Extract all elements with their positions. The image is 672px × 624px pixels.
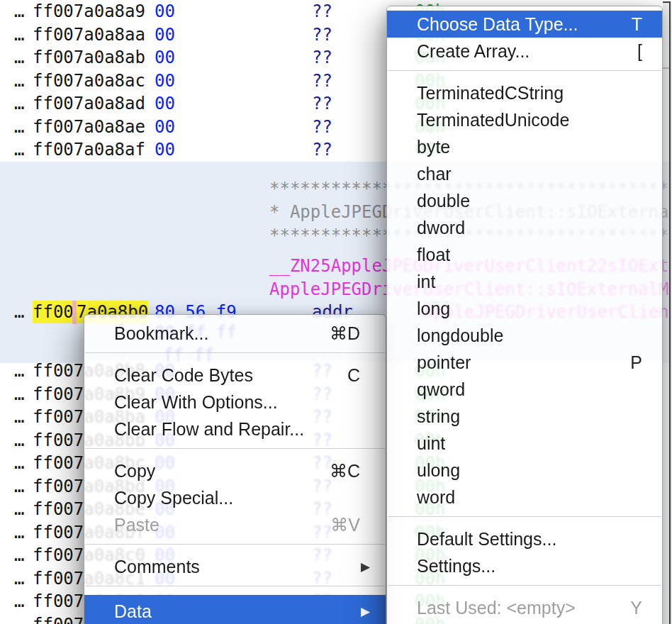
menu-item-label: Comments (114, 557, 360, 577)
menu-item-longdouble[interactable]: longdouble (387, 322, 662, 349)
menu-item-int[interactable]: int (387, 268, 662, 295)
undefined-value: ?? (312, 92, 332, 115)
menu-separator (85, 586, 385, 586)
menu-item-clear-with-options[interactable]: Clear With Options... (84, 389, 386, 416)
menu-item-label: int (417, 272, 642, 292)
menu-separator (388, 70, 661, 71)
address: ff007a0a8af (33, 138, 145, 161)
menu-item-paste[interactable]: Paste⌘V (84, 511, 386, 538)
address-ellipsis: … (14, 544, 24, 567)
address-ellipsis: … (14, 138, 24, 161)
menu-item-word[interactable]: word (387, 484, 662, 511)
menu-item-label: Create Array... (417, 41, 637, 62)
address-highlighted: ff00 (33, 301, 74, 323)
undefined-value: ?? (312, 23, 332, 46)
menu-item-label: dword (417, 218, 642, 238)
menu-item-shortcut: ⌘D (330, 323, 360, 344)
menu-item-label: Choose Data Type... (417, 14, 632, 35)
menu-item-label: ulong (417, 460, 642, 481)
address-ellipsis: … (14, 567, 24, 590)
menu-item-copy-special[interactable]: Copy Special... (84, 484, 386, 511)
address-ellipsis: … (14, 383, 24, 406)
menu-item-char[interactable]: char (387, 160, 662, 187)
menu-item-pointer[interactable]: pointerP (387, 349, 662, 376)
menu-item-shortcut: Y (630, 598, 642, 618)
menu-item-uint[interactable]: uint (387, 430, 662, 457)
menu-item-settings[interactable]: Settings... (387, 552, 662, 579)
menu-item-float[interactable]: float (387, 241, 662, 268)
menu-separator (85, 352, 385, 353)
menu-item-string[interactable]: string (387, 403, 662, 430)
menu-item-terminatedunicode[interactable]: TerminatedUnicode (387, 106, 662, 133)
menu-item-label: longdouble (417, 325, 642, 346)
menu-item-label: TerminatedUnicode (417, 110, 642, 130)
menu-item-shortcut: T (632, 14, 642, 35)
menu-item-label: TerminatedCString (417, 83, 642, 104)
menu-item-create-array[interactable]: Create Array...[ (387, 38, 662, 65)
data-submenu: Choose Data Type...TCreate Array...[Term… (386, 6, 663, 624)
byte-value: 00 (155, 23, 175, 46)
undefined-value: ?? (312, 69, 332, 92)
undefined-value: ?? (312, 116, 332, 138)
menu-separator (85, 448, 385, 449)
address-ellipsis: … (14, 452, 24, 474)
menu-item-label: Data (114, 601, 360, 622)
address-ellipsis: … (14, 498, 24, 520)
scrollbar-thumb-edge (663, 67, 669, 69)
menu-item-clear-flow-and-repair[interactable]: Clear Flow and Repair... (84, 416, 386, 442)
address-ellipsis: … (14, 613, 24, 624)
byte-value: 00 (155, 69, 175, 92)
submenu-arrow-icon: ▶ (361, 561, 370, 573)
menu-item-default-settings[interactable]: Default Settings... (387, 525, 662, 552)
menu-item-shortcut: ⌘V (330, 515, 360, 535)
undefined-value: ?? (312, 0, 332, 23)
menu-item-label: Copy Special... (114, 488, 360, 508)
menu-item-choose-data-type[interactable]: Choose Data Type...T (387, 11, 662, 38)
byte-value: 00 (155, 116, 175, 138)
byte-value: 00 (155, 46, 175, 69)
menu-item-ulong[interactable]: ulong (387, 457, 662, 484)
address: ff007a0a8ad (33, 92, 145, 115)
menu-item-dword[interactable]: dword (387, 214, 662, 241)
scrollbar-track[interactable] (663, 1, 669, 624)
address-ellipsis: … (14, 69, 24, 92)
menu-item-double[interactable]: double (387, 187, 662, 214)
menu-separator (85, 544, 385, 545)
menu-item-label: Copy (114, 461, 330, 481)
undefined-value: ?? (312, 46, 332, 69)
menu-item-comments[interactable]: Comments▶ (84, 553, 386, 580)
menu-item-bookmark[interactable]: Bookmark...⌘D (84, 320, 386, 347)
menu-item-label: Settings... (417, 556, 642, 576)
menu-item-label: Clear Flow and Repair... (114, 419, 360, 440)
address-ellipsis: … (14, 590, 24, 613)
byte-value: 00 (155, 0, 175, 23)
address-ellipsis: … (14, 301, 24, 323)
menu-item-label: string (417, 406, 642, 427)
menu-item-qword[interactable]: qword (387, 376, 662, 403)
context-menu: Bookmark...⌘DClear Code BytesCClear With… (84, 314, 386, 624)
address: ff007a0a8ac (33, 69, 145, 92)
address-ellipsis: … (14, 23, 24, 46)
address-ellipsis: … (14, 429, 24, 452)
address-ellipsis: … (14, 46, 24, 69)
menu-item-long[interactable]: long (387, 295, 662, 322)
menu-item-label: Default Settings... (417, 529, 642, 550)
menu-separator (388, 516, 661, 517)
address-ellipsis: … (14, 0, 24, 23)
menu-item-terminatedcstring[interactable]: TerminatedCString (387, 79, 662, 106)
menu-item-label: byte (417, 137, 642, 157)
menu-item-label: Paste (114, 515, 330, 535)
menu-item-clear-code-bytes[interactable]: Clear Code BytesC (84, 362, 386, 389)
text-caret (72, 301, 77, 324)
menu-item-byte[interactable]: byte (387, 133, 662, 160)
menu-item-shortcut: C (347, 365, 360, 386)
address: ff007a0a8ab (33, 46, 145, 69)
menu-item-data[interactable]: Data▶ (84, 595, 386, 624)
menu-item-label: Bookmark... (114, 323, 330, 344)
menu-item-label: char (417, 164, 642, 184)
address-ellipsis: … (14, 521, 24, 544)
menu-item-label: qword (417, 379, 642, 400)
menu-item-copy[interactable]: Copy⌘C (84, 457, 386, 484)
menu-item-label: word (417, 487, 642, 508)
menu-item-last-used-empty[interactable]: Last Used: <empty>Y (387, 594, 662, 621)
